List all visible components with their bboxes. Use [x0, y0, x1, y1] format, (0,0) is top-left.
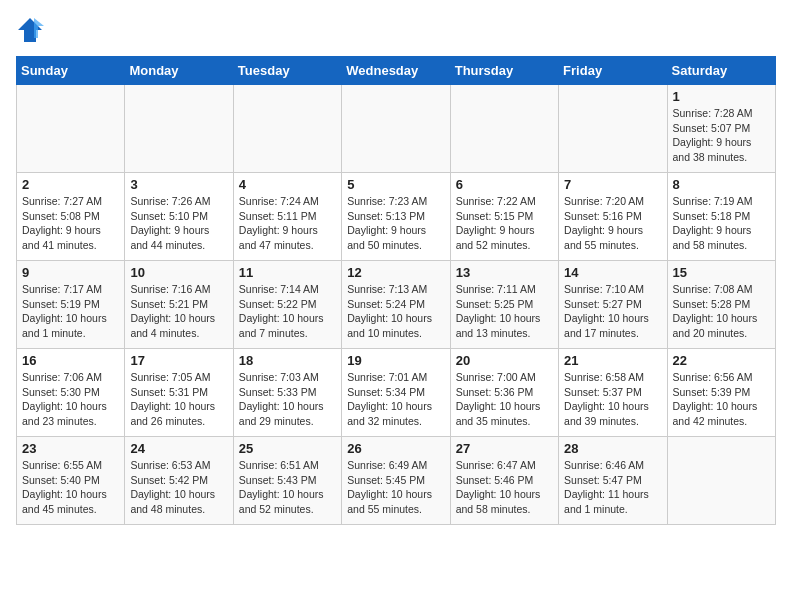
calendar-cell: 27Sunrise: 6:47 AM Sunset: 5:46 PM Dayli… [450, 437, 558, 525]
day-info: Sunrise: 7:26 AM Sunset: 5:10 PM Dayligh… [130, 194, 227, 253]
weekday-header-wednesday: Wednesday [342, 57, 450, 85]
calendar-cell [125, 85, 233, 173]
day-number: 20 [456, 353, 553, 368]
calendar-cell: 6Sunrise: 7:22 AM Sunset: 5:15 PM Daylig… [450, 173, 558, 261]
calendar-cell: 8Sunrise: 7:19 AM Sunset: 5:18 PM Daylig… [667, 173, 775, 261]
day-info: Sunrise: 7:19 AM Sunset: 5:18 PM Dayligh… [673, 194, 770, 253]
day-info: Sunrise: 7:24 AM Sunset: 5:11 PM Dayligh… [239, 194, 336, 253]
week-row-1: 1Sunrise: 7:28 AM Sunset: 5:07 PM Daylig… [17, 85, 776, 173]
day-info: Sunrise: 6:49 AM Sunset: 5:45 PM Dayligh… [347, 458, 444, 517]
day-number: 12 [347, 265, 444, 280]
day-info: Sunrise: 6:58 AM Sunset: 5:37 PM Dayligh… [564, 370, 661, 429]
day-number: 7 [564, 177, 661, 192]
day-number: 3 [130, 177, 227, 192]
calendar-cell: 3Sunrise: 7:26 AM Sunset: 5:10 PM Daylig… [125, 173, 233, 261]
calendar-cell: 12Sunrise: 7:13 AM Sunset: 5:24 PM Dayli… [342, 261, 450, 349]
calendar-cell: 24Sunrise: 6:53 AM Sunset: 5:42 PM Dayli… [125, 437, 233, 525]
day-info: Sunrise: 7:27 AM Sunset: 5:08 PM Dayligh… [22, 194, 119, 253]
day-info: Sunrise: 7:00 AM Sunset: 5:36 PM Dayligh… [456, 370, 553, 429]
day-info: Sunrise: 7:01 AM Sunset: 5:34 PM Dayligh… [347, 370, 444, 429]
weekday-header-friday: Friday [559, 57, 667, 85]
calendar-cell: 25Sunrise: 6:51 AM Sunset: 5:43 PM Dayli… [233, 437, 341, 525]
day-info: Sunrise: 7:23 AM Sunset: 5:13 PM Dayligh… [347, 194, 444, 253]
calendar-cell [342, 85, 450, 173]
day-info: Sunrise: 7:20 AM Sunset: 5:16 PM Dayligh… [564, 194, 661, 253]
calendar-cell: 15Sunrise: 7:08 AM Sunset: 5:28 PM Dayli… [667, 261, 775, 349]
calendar-table: SundayMondayTuesdayWednesdayThursdayFrid… [16, 56, 776, 525]
calendar-cell: 10Sunrise: 7:16 AM Sunset: 5:21 PM Dayli… [125, 261, 233, 349]
calendar-cell: 4Sunrise: 7:24 AM Sunset: 5:11 PM Daylig… [233, 173, 341, 261]
week-row-5: 23Sunrise: 6:55 AM Sunset: 5:40 PM Dayli… [17, 437, 776, 525]
calendar-cell [233, 85, 341, 173]
day-info: Sunrise: 7:17 AM Sunset: 5:19 PM Dayligh… [22, 282, 119, 341]
day-number: 28 [564, 441, 661, 456]
day-number: 6 [456, 177, 553, 192]
calendar-cell: 26Sunrise: 6:49 AM Sunset: 5:45 PM Dayli… [342, 437, 450, 525]
day-number: 27 [456, 441, 553, 456]
day-info: Sunrise: 7:08 AM Sunset: 5:28 PM Dayligh… [673, 282, 770, 341]
day-number: 9 [22, 265, 119, 280]
day-number: 10 [130, 265, 227, 280]
day-number: 25 [239, 441, 336, 456]
day-number: 19 [347, 353, 444, 368]
day-info: Sunrise: 6:56 AM Sunset: 5:39 PM Dayligh… [673, 370, 770, 429]
calendar-cell [559, 85, 667, 173]
calendar-cell: 13Sunrise: 7:11 AM Sunset: 5:25 PM Dayli… [450, 261, 558, 349]
day-info: Sunrise: 7:14 AM Sunset: 5:22 PM Dayligh… [239, 282, 336, 341]
calendar-cell: 17Sunrise: 7:05 AM Sunset: 5:31 PM Dayli… [125, 349, 233, 437]
day-info: Sunrise: 7:22 AM Sunset: 5:15 PM Dayligh… [456, 194, 553, 253]
calendar-cell: 19Sunrise: 7:01 AM Sunset: 5:34 PM Dayli… [342, 349, 450, 437]
day-number: 15 [673, 265, 770, 280]
day-info: Sunrise: 7:11 AM Sunset: 5:25 PM Dayligh… [456, 282, 553, 341]
calendar-cell [450, 85, 558, 173]
day-number: 23 [22, 441, 119, 456]
header [16, 16, 776, 44]
day-number: 5 [347, 177, 444, 192]
day-info: Sunrise: 7:03 AM Sunset: 5:33 PM Dayligh… [239, 370, 336, 429]
day-number: 26 [347, 441, 444, 456]
calendar-cell: 23Sunrise: 6:55 AM Sunset: 5:40 PM Dayli… [17, 437, 125, 525]
calendar-cell: 18Sunrise: 7:03 AM Sunset: 5:33 PM Dayli… [233, 349, 341, 437]
day-info: Sunrise: 7:13 AM Sunset: 5:24 PM Dayligh… [347, 282, 444, 341]
day-number: 21 [564, 353, 661, 368]
calendar-cell: 28Sunrise: 6:46 AM Sunset: 5:47 PM Dayli… [559, 437, 667, 525]
calendar-cell: 20Sunrise: 7:00 AM Sunset: 5:36 PM Dayli… [450, 349, 558, 437]
day-info: Sunrise: 6:51 AM Sunset: 5:43 PM Dayligh… [239, 458, 336, 517]
logo [16, 16, 48, 44]
calendar-cell: 7Sunrise: 7:20 AM Sunset: 5:16 PM Daylig… [559, 173, 667, 261]
day-number: 13 [456, 265, 553, 280]
calendar-cell [667, 437, 775, 525]
weekday-header-thursday: Thursday [450, 57, 558, 85]
day-info: Sunrise: 6:47 AM Sunset: 5:46 PM Dayligh… [456, 458, 553, 517]
weekday-header-tuesday: Tuesday [233, 57, 341, 85]
week-row-3: 9Sunrise: 7:17 AM Sunset: 5:19 PM Daylig… [17, 261, 776, 349]
weekday-header-sunday: Sunday [17, 57, 125, 85]
calendar-cell [17, 85, 125, 173]
day-info: Sunrise: 6:53 AM Sunset: 5:42 PM Dayligh… [130, 458, 227, 517]
calendar-cell: 16Sunrise: 7:06 AM Sunset: 5:30 PM Dayli… [17, 349, 125, 437]
calendar-cell: 22Sunrise: 6:56 AM Sunset: 5:39 PM Dayli… [667, 349, 775, 437]
weekday-header-row: SundayMondayTuesdayWednesdayThursdayFrid… [17, 57, 776, 85]
day-number: 18 [239, 353, 336, 368]
week-row-2: 2Sunrise: 7:27 AM Sunset: 5:08 PM Daylig… [17, 173, 776, 261]
calendar-cell: 9Sunrise: 7:17 AM Sunset: 5:19 PM Daylig… [17, 261, 125, 349]
calendar-cell: 1Sunrise: 7:28 AM Sunset: 5:07 PM Daylig… [667, 85, 775, 173]
day-number: 11 [239, 265, 336, 280]
day-number: 22 [673, 353, 770, 368]
day-number: 4 [239, 177, 336, 192]
day-info: Sunrise: 7:10 AM Sunset: 5:27 PM Dayligh… [564, 282, 661, 341]
day-number: 17 [130, 353, 227, 368]
day-number: 8 [673, 177, 770, 192]
day-number: 1 [673, 89, 770, 104]
day-number: 14 [564, 265, 661, 280]
week-row-4: 16Sunrise: 7:06 AM Sunset: 5:30 PM Dayli… [17, 349, 776, 437]
day-info: Sunrise: 7:16 AM Sunset: 5:21 PM Dayligh… [130, 282, 227, 341]
day-info: Sunrise: 7:28 AM Sunset: 5:07 PM Dayligh… [673, 106, 770, 165]
calendar-cell: 11Sunrise: 7:14 AM Sunset: 5:22 PM Dayli… [233, 261, 341, 349]
calendar-cell: 5Sunrise: 7:23 AM Sunset: 5:13 PM Daylig… [342, 173, 450, 261]
day-info: Sunrise: 7:05 AM Sunset: 5:31 PM Dayligh… [130, 370, 227, 429]
day-info: Sunrise: 7:06 AM Sunset: 5:30 PM Dayligh… [22, 370, 119, 429]
calendar-cell: 2Sunrise: 7:27 AM Sunset: 5:08 PM Daylig… [17, 173, 125, 261]
calendar-cell: 21Sunrise: 6:58 AM Sunset: 5:37 PM Dayli… [559, 349, 667, 437]
weekday-header-saturday: Saturday [667, 57, 775, 85]
